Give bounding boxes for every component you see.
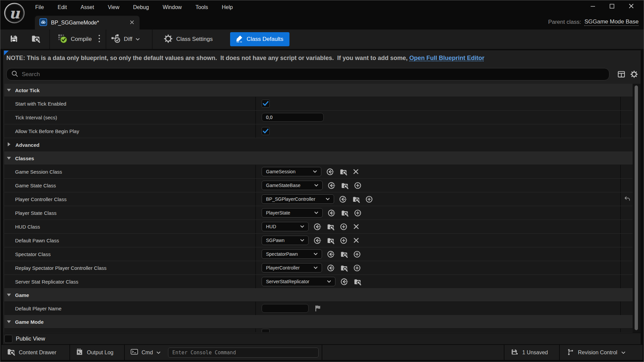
menu-item-window[interactable]: Window — [163, 4, 182, 10]
diff-chevron-down-icon[interactable] — [136, 36, 140, 42]
property-text-input[interactable] — [262, 304, 309, 313]
create-new-asset-icon[interactable] — [354, 181, 362, 190]
class-defaults-button[interactable]: Class Defaults — [230, 32, 289, 46]
property-checkbox[interactable] — [262, 100, 270, 108]
scrollbar-track[interactable] — [633, 84, 641, 333]
menu-item-debug[interactable]: Debug — [133, 4, 149, 10]
browse-to-asset-icon[interactable] — [326, 236, 335, 245]
browse-to-asset-icon[interactable] — [340, 264, 348, 272]
use-selected-asset-icon[interactable] — [326, 168, 334, 176]
search-input[interactable] — [22, 71, 491, 78]
console-command-input[interactable] — [172, 350, 313, 356]
use-selected-asset-icon[interactable] — [327, 209, 336, 217]
use-selected-asset-icon[interactable] — [327, 181, 336, 190]
create-new-asset-icon[interactable] — [339, 223, 348, 231]
clear-asset-icon[interactable] — [353, 237, 360, 244]
use-selected-asset-icon[interactable] — [327, 264, 335, 272]
menu-item-asset[interactable]: Asset — [80, 4, 94, 10]
menu-item-help[interactable]: Help — [222, 4, 233, 10]
menu-item-view[interactable]: View — [108, 4, 119, 10]
browse-to-asset-icon[interactable] — [340, 181, 349, 190]
clear-asset-icon[interactable] — [353, 223, 360, 230]
close-button[interactable] — [629, 3, 634, 10]
property-checkbox[interactable] — [262, 127, 270, 135]
class-dropdown[interactable]: PlayerController — [262, 263, 322, 273]
category-row-classes[interactable]: Classes — [4, 152, 633, 165]
tab-close-icon[interactable] — [130, 20, 134, 26]
property-row-row — [4, 328, 633, 332]
diff-icon[interactable] — [110, 33, 121, 45]
class-settings-gear-icon[interactable] — [163, 34, 173, 45]
cmd-chevron-down-icon[interactable] — [156, 350, 161, 356]
browse-to-asset-icon[interactable] — [352, 195, 360, 203]
minimize-button[interactable] — [590, 4, 595, 10]
maximize-button[interactable] — [609, 4, 614, 10]
output-log-button[interactable]: Output Log — [70, 345, 124, 360]
cmd-icon[interactable] — [130, 348, 139, 357]
browse-asset-button[interactable] — [31, 34, 41, 45]
property-label: Start with Tick Enabled — [4, 97, 256, 110]
class-dropdown[interactable]: PlayerState — [262, 208, 323, 218]
class-dropdown[interactable]: SpectatorPawn — [262, 249, 322, 259]
clear-asset-icon[interactable] — [352, 168, 360, 175]
category-row-game-mode[interactable]: Game Mode — [4, 315, 633, 328]
create-new-asset-icon[interactable] — [339, 236, 348, 245]
console-command-box[interactable] — [168, 348, 319, 358]
diff-label[interactable]: Diff — [124, 36, 132, 43]
browse-to-asset-icon[interactable] — [353, 278, 362, 286]
view-options-icon[interactable] — [617, 70, 626, 80]
use-selected-asset-icon[interactable] — [339, 195, 347, 203]
compile-button[interactable] — [57, 34, 67, 45]
revision-control-button[interactable]: Revision Control — [560, 345, 643, 360]
asset-tab[interactable]: BP_SGGameMode* — [35, 16, 140, 29]
category-row-actor-tick[interactable]: Actor Tick — [4, 84, 633, 97]
use-selected-asset-icon[interactable] — [313, 236, 322, 245]
collapsed-arrow-icon[interactable] — [7, 142, 11, 148]
compile-label[interactable]: Compile — [71, 36, 92, 43]
expand-arrow-icon[interactable] — [7, 319, 11, 325]
class-dropdown[interactable]: GameSession — [262, 167, 321, 176]
menu-item-edit[interactable]: Edit — [58, 4, 67, 10]
cmd-label[interactable]: Cmd — [142, 350, 153, 356]
unreal-logo[interactable]: u — [4, 3, 25, 23]
class-dropdown[interactable]: ServerStatReplicator — [262, 277, 335, 286]
reset-to-default-icon[interactable] — [623, 195, 631, 204]
expand-arrow-icon[interactable] — [7, 155, 11, 161]
compile-options-kebab-icon[interactable] — [98, 34, 100, 44]
create-new-asset-icon[interactable] — [353, 264, 361, 272]
property-checkbox[interactable] — [262, 329, 270, 332]
scrollbar-thumb[interactable] — [635, 85, 638, 330]
create-new-asset-icon[interactable] — [365, 195, 373, 203]
use-selected-asset-icon[interactable] — [340, 278, 348, 286]
use-selected-asset-icon[interactable] — [327, 250, 335, 258]
detail-settings-gear-icon[interactable] — [630, 70, 638, 80]
browse-to-asset-icon[interactable] — [326, 223, 335, 231]
flag-icon[interactable] — [313, 304, 321, 312]
create-new-asset-icon[interactable] — [354, 209, 362, 217]
advanced-row[interactable]: Advanced — [4, 138, 633, 152]
parent-class-link[interactable]: SGGame Mode Base — [584, 18, 639, 26]
browse-to-asset-icon[interactable] — [339, 168, 347, 176]
create-new-asset-icon[interactable] — [353, 250, 361, 258]
use-selected-asset-icon[interactable] — [313, 223, 322, 231]
property-row-replay-spectator-player-controller-class: Replay Spectator Player Controller Class… — [4, 261, 633, 275]
class-dropdown[interactable]: HUD — [262, 222, 309, 231]
property-text-input[interactable]: 0,0 — [262, 113, 324, 122]
search-box[interactable] — [6, 68, 609, 80]
class-dropdown[interactable]: SGPawn — [262, 236, 309, 245]
class-settings-label[interactable]: Class Settings — [176, 36, 213, 43]
public-view-checkbox[interactable] — [4, 335, 12, 343]
save-button[interactable] — [9, 34, 18, 45]
menu-item-file[interactable]: File — [35, 4, 44, 10]
content-drawer-button[interactable]: Content Drawer — [1, 345, 69, 360]
browse-to-asset-icon[interactable] — [340, 250, 348, 258]
open-full-blueprint-editor-link[interactable]: Open Full Blueprint Editor — [409, 55, 484, 62]
class-dropdown[interactable]: BP_SGPlayerController — [262, 194, 334, 204]
expand-arrow-icon[interactable] — [7, 87, 11, 93]
class-dropdown[interactable]: GameStateBase — [262, 181, 323, 190]
category-row-game[interactable]: Game — [4, 289, 633, 302]
unsaved-status-button[interactable]: 1 Unsaved — [504, 345, 559, 360]
menu-item-tools[interactable]: Tools — [196, 4, 208, 10]
expand-arrow-icon[interactable] — [7, 292, 11, 298]
browse-to-asset-icon[interactable] — [340, 209, 349, 217]
